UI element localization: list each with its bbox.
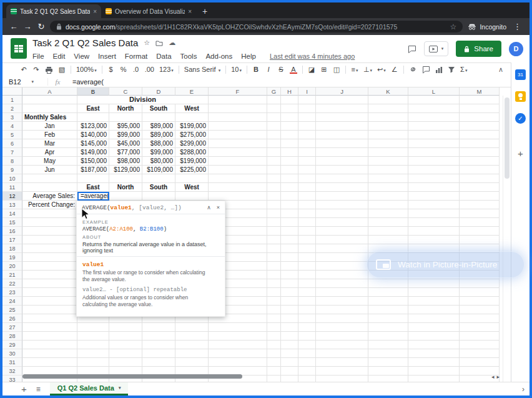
cell-L24[interactable] <box>408 297 460 306</box>
cell-E31[interactable] <box>175 358 209 367</box>
column-header-I[interactable]: I <box>298 87 316 96</box>
cell-H9[interactable] <box>281 166 298 174</box>
cell-C9[interactable]: $129,000 <box>109 166 142 174</box>
cell-B1[interactable]: Division <box>77 96 209 104</box>
cell-H30[interactable] <box>281 349 298 358</box>
column-header-E[interactable]: E <box>175 87 209 96</box>
scroll-arrows[interactable]: ◂ ▸ <box>491 374 500 380</box>
row-header-8[interactable]: 8 <box>2 157 22 166</box>
cell-K13[interactable] <box>368 201 408 209</box>
column-header-F[interactable]: F <box>209 87 267 96</box>
cell-L32[interactable] <box>408 367 460 376</box>
cell-K8[interactable] <box>368 157 408 166</box>
scroll-left-icon[interactable]: ◂ <box>491 374 495 380</box>
cell-L14[interactable] <box>408 209 460 218</box>
column-header-C[interactable]: C <box>109 87 142 96</box>
row-header-24[interactable]: 24 <box>2 297 22 306</box>
cell-G4[interactable] <box>267 122 281 131</box>
insert-link-button[interactable] <box>409 66 417 74</box>
cell-J29[interactable] <box>316 341 368 349</box>
row-header-21[interactable]: 21 <box>2 271 22 279</box>
cell-C4[interactable]: $95,000 <box>109 122 142 131</box>
horizontal-scrollbar-thumb[interactable] <box>22 374 242 379</box>
cell-G33[interactable] <box>267 376 281 382</box>
cell-I15[interactable] <box>298 218 316 227</box>
cell-I26[interactable] <box>298 314 316 323</box>
menu-data[interactable]: Data <box>156 52 171 60</box>
cell-G17[interactable] <box>267 236 281 244</box>
cell-G18[interactable] <box>267 244 281 253</box>
cell-A10[interactable] <box>22 174 77 183</box>
collapse-toolbar-icon[interactable]: ∧ <box>497 66 505 73</box>
scroll-right-icon[interactable]: ▸ <box>496 374 500 380</box>
cell-G7[interactable] <box>267 148 281 157</box>
row-header-28[interactable]: 28 <box>2 332 22 341</box>
cell-I19[interactable] <box>298 253 316 262</box>
cell-B2[interactable]: East <box>77 104 109 113</box>
cell-C31[interactable] <box>109 358 142 367</box>
menu-format[interactable]: Format <box>125 52 147 60</box>
cell-G1[interactable] <box>267 96 281 104</box>
cell-I28[interactable] <box>298 332 316 341</box>
cell-D4[interactable]: $89,000 <box>142 122 175 131</box>
sheet-tab[interactable]: Q1 Q2 Sales Data ▾ <box>50 382 129 396</box>
cell-F9[interactable] <box>209 166 267 174</box>
cell-L7[interactable] <box>408 148 460 157</box>
cell-K14[interactable] <box>368 209 408 218</box>
cell-K28[interactable] <box>368 332 408 341</box>
last-edit-link[interactable]: Last edit was 4 minutes ago <box>270 52 355 60</box>
cell-I4[interactable] <box>298 122 316 131</box>
row-header-14[interactable]: 14 <box>2 209 22 218</box>
cell-I23[interactable] <box>298 288 316 297</box>
cell-F31[interactable] <box>209 358 267 367</box>
cell-M7[interactable] <box>460 148 500 157</box>
cell-J6[interactable] <box>316 139 368 148</box>
text-wrap-button[interactable]: ↩▾ <box>377 66 386 73</box>
cell-K4[interactable] <box>368 122 408 131</box>
cell-A14[interactable] <box>22 209 77 218</box>
increase-decimal-button[interactable]: .00 <box>145 66 154 73</box>
cell-H6[interactable] <box>281 139 298 148</box>
cell-G27[interactable] <box>267 323 281 332</box>
cell-H16[interactable] <box>281 227 298 236</box>
select-all-corner[interactable] <box>2 87 22 96</box>
star-document-icon[interactable]: ☆ <box>144 39 150 46</box>
cell-I21[interactable] <box>298 271 316 279</box>
cell-G2[interactable] <box>267 104 281 113</box>
cell-I2[interactable] <box>298 104 316 113</box>
bookmark-star-icon[interactable]: ☆ <box>450 22 457 31</box>
cell-G30[interactable] <box>267 349 281 358</box>
row-header-19[interactable]: 19 <box>2 253 22 262</box>
cell-E4[interactable]: $199,000 <box>175 122 209 131</box>
font-select[interactable]: Sans Serif ▾ <box>184 66 220 73</box>
row-header-22[interactable]: 22 <box>2 279 22 288</box>
cell-G19[interactable] <box>267 253 281 262</box>
row-header-1[interactable]: 1 <box>2 96 22 104</box>
cell-J9[interactable] <box>316 166 368 174</box>
cell-K1[interactable] <box>368 96 408 104</box>
cell-A3[interactable]: Monthly Sales <box>22 113 77 122</box>
cell-M15[interactable] <box>460 218 500 227</box>
learn-more-link[interactable]: Learn more <box>82 316 111 317</box>
cell-L26[interactable] <box>408 314 460 323</box>
cell-I25[interactable] <box>298 306 316 314</box>
cell-H27[interactable] <box>281 323 298 332</box>
cell-J21[interactable] <box>316 271 368 279</box>
cell-M22[interactable] <box>460 279 500 288</box>
cell-J5[interactable] <box>316 131 368 139</box>
cell-K27[interactable] <box>368 323 408 332</box>
share-button[interactable]: Share <box>456 41 501 57</box>
row-header-18[interactable]: 18 <box>2 244 22 253</box>
menu-file[interactable]: File <box>32 52 44 60</box>
cell-G20[interactable] <box>267 262 281 271</box>
cell-H24[interactable] <box>281 297 298 306</box>
cell-F10[interactable] <box>209 174 267 183</box>
account-avatar[interactable]: D <box>509 42 523 56</box>
cell-I11[interactable] <box>298 183 316 192</box>
row-header-12[interactable]: 12 <box>2 192 22 201</box>
cell-L25[interactable] <box>408 306 460 314</box>
cell-C11[interactable]: North <box>109 183 142 192</box>
filter-button[interactable] <box>448 66 455 73</box>
cell-H21[interactable] <box>281 271 298 279</box>
row-header-3[interactable]: 3 <box>2 113 22 122</box>
